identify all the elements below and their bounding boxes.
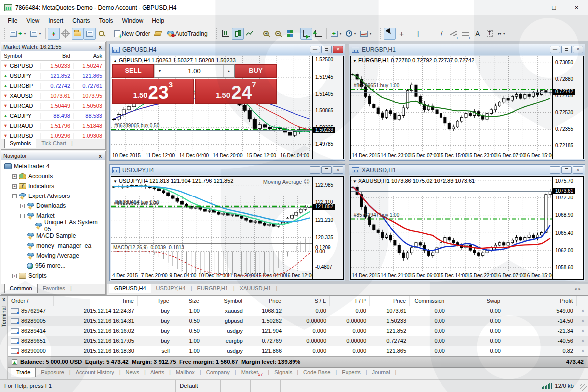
tab-favorites[interactable]: Favorites: [38, 284, 70, 293]
chart-restore-button[interactable]: [321, 46, 332, 53]
autoscroll-toggle[interactable]: [300, 28, 312, 40]
tab-tick-chart[interactable]: Tick Chart: [36, 139, 71, 148]
column-header-t-p[interactable]: T / P: [330, 296, 370, 306]
volume-value[interactable]: 1.00: [165, 65, 223, 77]
column-header-symbol[interactable]: Symbol: [203, 296, 246, 306]
column-header-type[interactable]: Type: [138, 296, 173, 306]
horizontal-line-button[interactable]: —: [424, 28, 436, 40]
chart-tab-usdjpy-h4[interactable]: USDJPY,H4: [151, 284, 191, 293]
chart-close-button[interactable]: ×: [333, 46, 343, 53]
terminal-toggle[interactable]: [84, 28, 96, 40]
sell-price[interactable]: 1.50233: [112, 79, 194, 104]
navigator-item-indicators[interactable]: +Indicators: [1, 181, 105, 191]
navigator-item-unique-eas-system-05[interactable]: Unique EAs System 05: [1, 221, 105, 231]
chart-minimize-button[interactable]: —: [310, 166, 320, 174]
column-header-size[interactable]: Size: [173, 296, 203, 306]
column-header-price[interactable]: Price: [370, 296, 410, 306]
column-symbol[interactable]: Symbol: [1, 51, 40, 60]
close-order-icon[interactable]: ×: [577, 328, 588, 334]
market-watch-row-eurgbp[interactable]: ▲EURGBP0.727420.72761: [1, 81, 105, 91]
chart-minimize-button[interactable]: —: [310, 46, 320, 53]
menu-file[interactable]: File: [3, 16, 22, 25]
close-icon[interactable]: x: [97, 44, 103, 50]
expand-icon[interactable]: +: [20, 204, 25, 208]
tab-scroll-arrows[interactable]: ◂▸: [571, 284, 586, 293]
navigator-title-bar[interactable]: Navigator x: [1, 151, 105, 160]
terminal-tab-market[interactable]: Market57: [236, 368, 268, 378]
column-header-price[interactable]: Price: [246, 296, 285, 306]
profiles-button[interactable]: ▾: [28, 28, 43, 40]
status-profile[interactable]: Default: [176, 380, 221, 392]
column-header-order-[interactable]: Order /: [8, 296, 54, 306]
chart-restore-button[interactable]: [321, 166, 332, 174]
tab-symbols[interactable]: Symbols: [4, 139, 36, 148]
menu-insert[interactable]: Insert: [44, 16, 68, 25]
market-watch-row-gbpusd[interactable]: ▼GBPUSD1.502331.50247: [1, 61, 105, 71]
chart-title-bar-eurgbp[interactable]: EURGBP,H1—×: [349, 44, 585, 55]
column-header-swap[interactable]: Swap: [448, 296, 504, 306]
close-order-icon[interactable]: ×: [577, 338, 588, 344]
navigator-item-metatrader-4[interactable]: MetaTrader 4: [1, 161, 105, 171]
indicators-button[interactable]: +▾: [329, 28, 344, 40]
expand-icon[interactable]: +: [12, 174, 17, 179]
close-order-icon[interactable]: ×: [577, 348, 588, 354]
navigator-item-scripts[interactable]: +Scripts: [1, 271, 105, 281]
remove-indicator-icon[interactable]: ☹: [303, 178, 310, 185]
zoom-out-button[interactable]: –: [272, 28, 284, 40]
chart-title-bar-usdjpy[interactable]: USDJPY,H4—×: [110, 165, 345, 175]
tab-common[interactable]: Common: [4, 284, 38, 293]
cursor-button[interactable]: [384, 28, 396, 40]
tile-windows-button[interactable]: [284, 28, 296, 40]
terminal-tab-account-history[interactable]: Account History: [71, 368, 119, 377]
terminal-tab-code-base[interactable]: Code Base: [298, 368, 335, 377]
order-row-85762947[interactable]: 857629472015.12.14 12:24:37buy1.00xauusd…: [8, 306, 588, 316]
market-watch-toggle[interactable]: ▲▼: [48, 28, 60, 40]
market-watch-row-euraud[interactable]: ▼EURAUD1.517961.51848: [1, 121, 105, 131]
volume-decrease-icon[interactable]: ▾: [154, 65, 165, 77]
chart-plot-usdjpy[interactable]: 4 Dec 20157 Dec 20:009 Dec 04:0010 Dec 1…: [111, 177, 312, 279]
toolbar-grip[interactable]: [216, 28, 218, 39]
chart-restore-button[interactable]: [561, 46, 572, 53]
chart-minimize-button[interactable]: —: [550, 166, 560, 174]
data-window-button[interactable]: [60, 28, 72, 40]
buy-button[interactable]: BUY: [235, 64, 277, 78]
buy-price[interactable]: 1.50247: [195, 79, 277, 104]
autotrading-button[interactable]: AutoTrading: [164, 28, 210, 40]
chart-close-button[interactable]: ×: [573, 46, 583, 53]
toolbar-grip[interactable]: [4, 28, 6, 39]
close-order-icon[interactable]: ×: [577, 308, 588, 314]
navigator-item-956-more-[interactable]: 956 more...: [1, 261, 105, 271]
column-header-time[interactable]: Time: [54, 296, 138, 306]
templates-button[interactable]: ▾: [358, 28, 374, 40]
terminal-tab-experts[interactable]: Experts: [337, 368, 365, 377]
chart-plot-xauusd[interactable]: 14 Dec 201514 Dec 21:0015 Dec 06:0015 De…: [351, 177, 552, 279]
menu-help[interactable]: Help: [147, 16, 169, 25]
menu-charts[interactable]: Charts: [68, 16, 94, 25]
order-row-86289651[interactable]: 862896512015.12.16 16:17:05buy1.00eurgbp…: [8, 336, 588, 346]
arrows-button[interactable]: ▸▾▾: [496, 28, 508, 40]
close-icon[interactable]: x: [97, 153, 103, 159]
vertical-line-button[interactable]: |: [412, 28, 424, 40]
volume-stepper[interactable]: ▾1.00▴: [154, 64, 235, 78]
chart-close-button[interactable]: ×: [573, 166, 583, 174]
close-button[interactable]: ×: [565, 0, 588, 15]
market-watch-row-eurcad[interactable]: ▼EURCAD1.504491.50503: [1, 101, 105, 111]
resize-grip[interactable]: [580, 384, 587, 391]
navigator-item-downloads[interactable]: +Downloads: [1, 201, 105, 211]
terminal-tab-signals[interactable]: Signals: [269, 368, 297, 377]
maximize-button[interactable]: □: [543, 0, 565, 15]
menu-view[interactable]: View: [22, 16, 44, 25]
navigator-item-accounts[interactable]: +Accounts: [1, 171, 105, 181]
crosshair-button[interactable]: +: [396, 28, 408, 40]
chart-shift-button[interactable]: [312, 28, 324, 40]
terminal-tab-news[interactable]: News: [121, 368, 145, 377]
navigator-item-expert-advisors[interactable]: −Expert Advisors: [1, 191, 105, 201]
menu-tools[interactable]: Tools: [95, 16, 118, 25]
navigator-item-moving-average[interactable]: Moving Average: [1, 251, 105, 261]
chart-title-bar-gbpusd[interactable]: GBPUSD,H4—×: [110, 44, 345, 55]
market-watch-row-eurusd[interactable]: ▼EURUSD1.092961.09308: [1, 131, 105, 139]
zoom-in-button[interactable]: +: [260, 28, 272, 40]
line-chart-button[interactable]: [244, 28, 256, 40]
text-button[interactable]: A: [472, 28, 484, 40]
minimize-button[interactable]: –: [520, 0, 543, 15]
